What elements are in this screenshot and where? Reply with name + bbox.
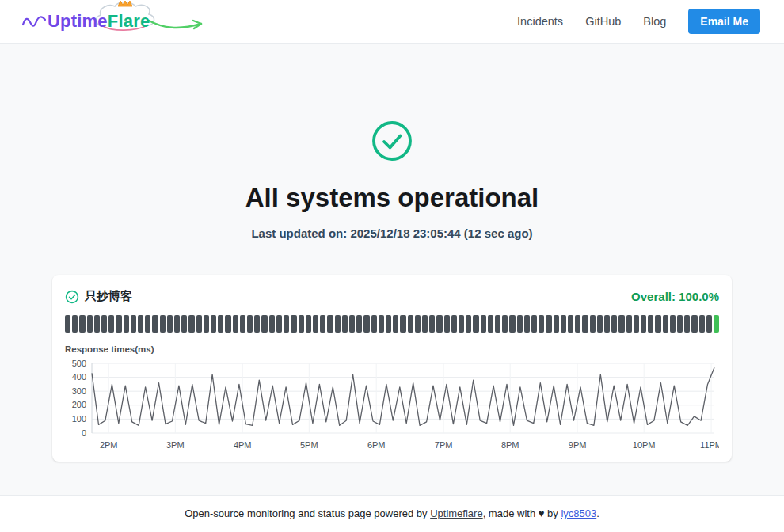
uptime-bar-segment xyxy=(196,315,202,332)
logo-text-uptime: Uptime xyxy=(48,11,108,32)
svg-text:300: 300 xyxy=(72,386,86,396)
uptime-bar-segment xyxy=(597,315,603,332)
uptime-bar-segment xyxy=(517,315,523,332)
uptime-bar-segment xyxy=(706,315,712,332)
svg-text:4PM: 4PM xyxy=(234,440,252,450)
overall-uptime-label: Overall: 100.0% xyxy=(631,290,719,303)
logo[interactable]: Uptime Flare xyxy=(22,2,208,40)
uptime-bar-segment xyxy=(422,315,428,332)
uptime-bar-segment xyxy=(582,315,588,332)
uptime-bar-segment xyxy=(363,315,369,332)
uptime-bar-segment xyxy=(152,315,158,332)
uptime-bar-segment xyxy=(240,315,245,332)
uptime-bar-segment xyxy=(561,315,566,332)
logo-wave-icon xyxy=(22,11,46,32)
monitor-card: 只抄博客 Overall: 100.0% Response times(ms) … xyxy=(52,275,732,462)
nav-link-github[interactable]: GitHub xyxy=(585,15,621,28)
uptime-bar-segment xyxy=(641,315,646,332)
uptime-bar-segment xyxy=(568,315,573,332)
uptime-bar-segment xyxy=(254,315,260,332)
uptime-bar-segment xyxy=(65,315,70,332)
svg-text:11PM: 11PM xyxy=(700,440,719,450)
svg-text:3PM: 3PM xyxy=(166,440,185,450)
uptime-bar-segment xyxy=(554,315,559,332)
uptime-bar-segment xyxy=(488,315,493,332)
uptime-bar-segment xyxy=(233,315,238,332)
uptime-bar-segment xyxy=(299,315,304,332)
monitor-status-check-icon xyxy=(65,290,79,304)
uptime-bar-segment xyxy=(101,315,107,332)
uptime-bar-segment xyxy=(291,315,296,332)
footer-text-before: Open-source monitoring and status page p… xyxy=(185,507,430,519)
status-hero: All systems operational Last updated on:… xyxy=(0,120,784,240)
uptime-bar-segment xyxy=(393,315,398,332)
uptime-bar-segment xyxy=(386,315,391,332)
header-nav: Incidents GitHub Blog Email Me xyxy=(517,9,760,34)
uptime-bar-segment xyxy=(481,315,486,332)
uptime-bar-segment xyxy=(648,315,653,332)
logo-text-flare: Flare xyxy=(108,11,150,32)
uptime-bar-segment xyxy=(218,315,223,332)
uptime-bar-segment xyxy=(145,315,150,332)
uptime-bar-segment xyxy=(714,315,719,332)
uptime-bar-segment xyxy=(509,315,515,332)
uptime-bar-segment xyxy=(699,315,705,332)
uptime-bar-segment xyxy=(604,315,610,332)
uptime-bar-segment xyxy=(371,315,377,332)
footer-text-after: . xyxy=(596,507,599,519)
uptime-bar-segment xyxy=(204,315,209,332)
status-page-main: All systems operational Last updated on:… xyxy=(0,44,784,495)
svg-text:2PM: 2PM xyxy=(100,440,118,450)
uptime-bar-segment xyxy=(436,315,442,332)
uptime-bar-segment xyxy=(116,315,121,332)
svg-text:8PM: 8PM xyxy=(501,440,519,450)
monitor-name: 只抄博客 xyxy=(85,289,132,304)
uptime-bar-segment xyxy=(247,315,253,332)
uptime-bar-segment xyxy=(335,315,341,332)
uptime-bar-segment xyxy=(131,315,136,332)
svg-text:6PM: 6PM xyxy=(367,440,386,450)
uptime-bar-segment xyxy=(211,315,216,332)
uptime-bar-segment xyxy=(225,315,230,332)
uptime-bar-segment xyxy=(174,315,180,332)
uptime-bar-segment xyxy=(618,315,624,332)
uptime-bar-segment xyxy=(539,315,544,332)
uptime-bar-segment xyxy=(634,315,639,332)
uptime-bar-segment xyxy=(79,315,85,332)
svg-text:10PM: 10PM xyxy=(633,440,656,450)
response-time-chart: 01002003004005002PM3PM4PM5PM6PM7PM8PM9PM… xyxy=(65,357,719,454)
last-updated-text: Last updated on: 2025/12/18 23:05:44 (12… xyxy=(0,226,784,240)
uptime-bar-segment xyxy=(138,315,143,332)
uptime-bar-segment xyxy=(160,315,166,332)
nav-link-blog[interactable]: Blog xyxy=(643,15,666,28)
uptime-bar-segment xyxy=(524,315,530,332)
nav-link-incidents[interactable]: Incidents xyxy=(517,15,563,28)
page-title: All systems operational xyxy=(0,183,784,213)
uptime-bar-segment xyxy=(320,315,325,332)
uptime-bar-segment xyxy=(276,315,282,332)
footer-link-uptimeflare[interactable]: Uptimeflare xyxy=(430,507,482,519)
uptime-bar-segment xyxy=(691,315,697,332)
svg-text:5PM: 5PM xyxy=(300,440,318,450)
uptime-bar-segment xyxy=(473,315,478,332)
uptime-bar-segment xyxy=(408,315,413,332)
svg-text:0: 0 xyxy=(82,428,86,438)
uptime-bar-segment xyxy=(531,315,537,332)
uptime-bar-segment xyxy=(356,315,362,332)
uptime-bar-segment xyxy=(444,315,450,332)
svg-text:9PM: 9PM xyxy=(569,440,587,450)
email-me-button[interactable]: Email Me xyxy=(688,9,760,34)
uptime-bar-segment xyxy=(306,315,311,332)
uptime-bar-segment xyxy=(342,315,348,332)
footer-link-author[interactable]: lyc8503 xyxy=(561,507,596,519)
uptime-bar-segment xyxy=(670,315,676,332)
uptime-bar-segment xyxy=(677,315,683,332)
uptime-bar-segment xyxy=(546,315,551,332)
uptime-bar-segment xyxy=(167,315,173,332)
uptime-bar-segment xyxy=(655,315,660,332)
uptime-bar-segment xyxy=(415,315,421,332)
uptime-bar-segment xyxy=(269,315,275,332)
uptime-bar-segment xyxy=(94,315,100,332)
uptime-bar-segment xyxy=(349,315,355,332)
monitor-header-row: 只抄博客 Overall: 100.0% xyxy=(65,289,719,304)
